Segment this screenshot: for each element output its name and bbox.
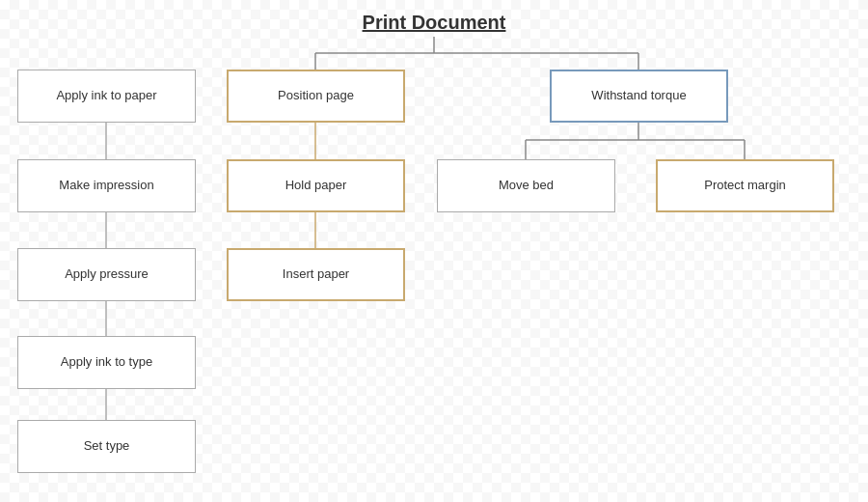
position-page-label: Position page	[278, 88, 354, 104]
insert-paper-label: Insert paper	[283, 266, 349, 283]
apply-pressure-label: Apply pressure	[65, 266, 149, 283]
protect-margin-label: Protect margin	[704, 178, 786, 194]
hold-paper-label: Hold paper	[285, 178, 347, 194]
set-type-box[interactable]: Set type	[17, 420, 196, 473]
protect-margin-box[interactable]: Protect margin	[656, 159, 834, 212]
apply-ink-paper-label: Apply ink to paper	[56, 88, 156, 104]
withstand-torque-label: Withstand torque	[591, 88, 686, 104]
hold-paper-box[interactable]: Hold paper	[227, 159, 405, 212]
move-bed-label: Move bed	[499, 178, 554, 194]
diagram-title: Print Document	[0, 0, 868, 34]
withstand-torque-box[interactable]: Withstand torque	[550, 70, 728, 123]
make-impression-box[interactable]: Make impression	[17, 159, 196, 212]
apply-pressure-box[interactable]: Apply pressure	[17, 248, 196, 301]
move-bed-box[interactable]: Move bed	[437, 159, 615, 212]
set-type-label: Set type	[84, 438, 130, 455]
apply-ink-paper-box[interactable]: Apply ink to paper	[17, 70, 196, 123]
apply-ink-type-label: Apply ink to type	[61, 354, 152, 371]
insert-paper-box[interactable]: Insert paper	[227, 248, 405, 301]
position-page-box[interactable]: Position page	[227, 70, 405, 123]
make-impression-label: Make impression	[59, 178, 153, 194]
apply-ink-type-box[interactable]: Apply ink to type	[17, 336, 196, 389]
